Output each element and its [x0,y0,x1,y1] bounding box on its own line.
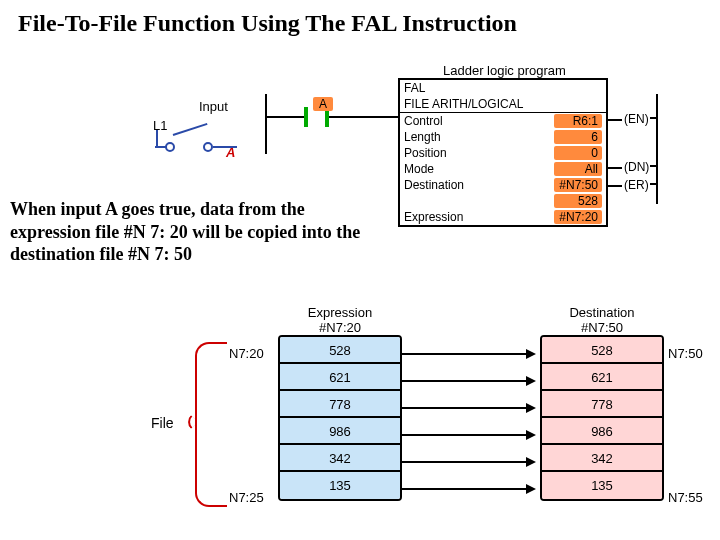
fal-destination-label: Destination [404,178,464,192]
fal-mode-label: Mode [404,162,434,176]
dest-row: 778 [542,391,662,418]
expr-row: 135 [280,472,400,499]
fal-length-value: 6 [554,130,602,144]
ladder-right-rail [656,94,658,204]
switch-a-label: A [226,145,235,160]
ladder-left-rail [265,94,267,154]
expr-row: 621 [280,364,400,391]
dest-row: 986 [542,418,662,445]
dest-row: 135 [542,472,662,499]
destination-title-1: Destination [540,305,664,320]
fal-destination-value: #N7:50 [554,178,602,192]
fal-position-label: Position [404,146,447,160]
expression-title-2: #N7:20 [278,320,402,335]
expr-end-addr: N7:25 [229,490,264,505]
dn-rail-connect [650,165,658,167]
expression-title-1: Expression [278,305,402,320]
description-paragraph: When input A goes true, data from the ex… [10,198,380,266]
er-rail-connect [650,183,658,185]
dest-row: 528 [542,337,662,364]
fal-mnemonic: FAL [400,80,606,96]
fal-expression-value: #N7:20 [554,210,602,224]
er-output-pin: (ER) [608,178,649,192]
expr-start-addr: N7:20 [229,346,264,361]
fal-mode-value: All [554,162,602,176]
input-section-label: Input [199,99,228,114]
dest-start-addr: N7:50 [668,346,703,361]
xio-contact-left [304,107,308,127]
ladder-program-label: Ladder logic program [443,63,566,78]
expr-row: 528 [280,337,400,364]
fal-name: FILE ARITH/LOGICAL [400,96,606,113]
en-output-pin: (EN) [608,112,649,126]
file-brace-label: File [151,415,174,431]
expression-file-table: Expression #N7:20 528 621 778 986 342 13… [278,305,402,501]
destination-file-table: Destination #N7:50 528 621 778 986 342 1… [540,305,664,501]
en-rail-connect [650,117,658,119]
file-brace [195,342,227,507]
fal-control-label: Control [404,114,443,128]
expr-row: 986 [280,418,400,445]
rung-contact-a-label: A [313,97,333,111]
dest-row: 621 [542,364,662,391]
slide-title: File-To-File Function Using The FAL Inst… [18,10,517,37]
fal-position-value: 0 [554,146,602,160]
dest-end-addr: N7:55 [668,490,703,505]
fal-destination-value2: 528 [554,194,602,208]
fal-instruction-block: FAL FILE ARITH/LOGICAL ControlR6:1 Lengt… [398,78,608,227]
fal-control-value: R6:1 [554,114,602,128]
expr-row: 778 [280,391,400,418]
ladder-rung [265,116,393,118]
fal-expression-label: Expression [404,210,463,224]
dest-row: 342 [542,445,662,472]
destination-title-2: #N7:50 [540,320,664,335]
fal-length-label: Length [404,130,441,144]
expr-row: 342 [280,445,400,472]
dn-output-pin: (DN) [608,160,649,174]
